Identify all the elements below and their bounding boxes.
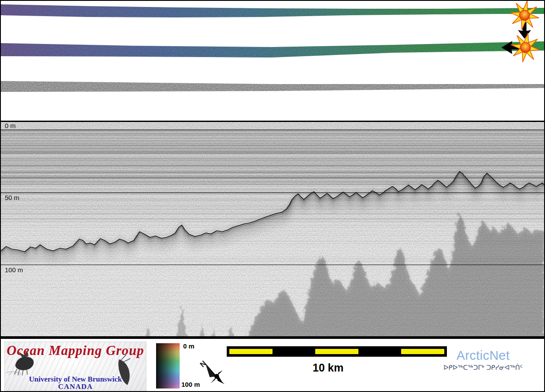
arcticnet-logo: ArcticNet ᐅᑭᐅᖅᑕᖅᑐᒥᒃ ᑐᑭᓯᓂᐊᖅᑏᑦ bbox=[425, 348, 542, 372]
scale-bar bbox=[227, 346, 447, 357]
scale-bar-segment bbox=[315, 349, 358, 354]
omg-country: CANADA bbox=[5, 382, 146, 391]
swath-texture bbox=[1, 1, 544, 23]
depth-label-100m: 100 m bbox=[5, 266, 23, 274]
depth-colorbar bbox=[156, 343, 180, 389]
swath-panel bbox=[1, 1, 544, 121]
scale-bar-segment bbox=[358, 349, 402, 354]
depth-label-50m: 50 m bbox=[5, 194, 19, 201]
omg-title: Ocean Mapping Group bbox=[5, 343, 146, 358]
sunburst-core bbox=[520, 42, 531, 53]
scale-bar-segment bbox=[272, 349, 316, 354]
swath-texture bbox=[1, 38, 544, 62]
echogram-bottom-border bbox=[1, 336, 544, 339]
arcticnet-inuktitut: ᐅᑭᐅᖅᑕᖅᑐᒥᒃ ᑐᑭᓯᓂᐊᖅᑏᑦ bbox=[425, 364, 542, 372]
north-arrow-hub bbox=[215, 374, 219, 379]
subbottom-echogram: 0 m 50 m 100 m bbox=[1, 121, 544, 339]
colorbar-top-label: 0 m bbox=[183, 342, 194, 350]
omg-logo: Ocean Mapping Group University of New Br… bbox=[4, 341, 146, 391]
depth-line-0m bbox=[1, 121, 544, 122]
north-label: N bbox=[198, 359, 208, 369]
swath-texture bbox=[1, 79, 544, 95]
figure-root: 0 m 50 m 100 m Ocean Mappin bbox=[0, 0, 545, 392]
arcticnet-name: ArcticNet bbox=[425, 348, 542, 363]
scale-bar-label: 10 km bbox=[227, 362, 429, 374]
arrow-down-icon bbox=[518, 22, 531, 39]
sunburst-marker bbox=[501, 33, 540, 62]
depth-label-0m: 0 m bbox=[5, 122, 16, 129]
scale-bar-segment bbox=[229, 349, 272, 354]
sunburst-marker bbox=[510, 1, 539, 39]
echogram-speckle bbox=[1, 121, 544, 339]
footer: Ocean Mapping Group University of New Br… bbox=[1, 340, 544, 391]
sunburst-core bbox=[519, 10, 530, 20]
